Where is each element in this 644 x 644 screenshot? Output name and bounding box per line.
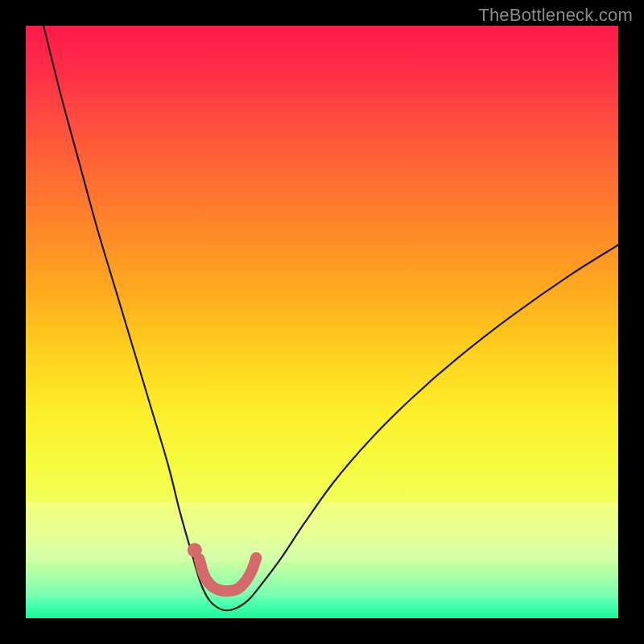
accent-dot [188, 543, 202, 557]
chart-svg [26, 26, 618, 618]
plot-area [26, 26, 618, 618]
watermark-text: TheBottleneck.com [478, 5, 633, 26]
bottleneck-curve [43, 26, 618, 610]
chart-frame: TheBottleneck.com [0, 0, 644, 644]
accent-curve [200, 558, 257, 591]
